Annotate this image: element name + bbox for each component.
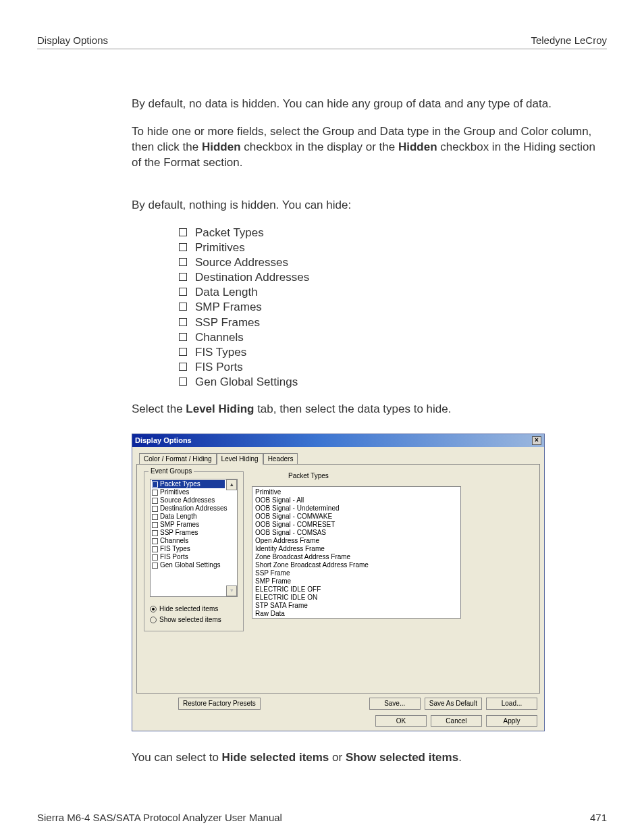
radio-icon	[150, 606, 157, 613]
checkbox-icon[interactable]	[152, 538, 158, 544]
header-left: Display Options	[37, 34, 108, 47]
list-item-packet-types[interactable]: Packet Types	[152, 480, 225, 488]
checkbox-icon[interactable]	[152, 506, 158, 512]
list-item[interactable]: Zone Broadcast Address Frame	[255, 553, 458, 561]
para-4: Select the Level Hiding tab, then select…	[132, 402, 607, 417]
button-row-2: OK Cancel Apply	[136, 711, 540, 729]
ok-button[interactable]: OK	[375, 715, 427, 727]
save-button[interactable]: Save...	[369, 698, 421, 710]
footer-page-number: 471	[590, 811, 607, 825]
packet-types-title: Packet Types	[288, 471, 533, 481]
list-item: FIS Ports	[179, 360, 607, 375]
list-item[interactable]: Destination Addresses	[152, 504, 225, 513]
checkbox-icon[interactable]	[152, 546, 158, 552]
list-item: SSP Frames	[179, 315, 607, 330]
footer-left: Sierra M6-4 SAS/SATA Protocol Analyzer U…	[37, 811, 282, 825]
list-item[interactable]: Data Length	[152, 513, 225, 521]
packet-types-listbox[interactable]: Primitive OOB Signal - All OOB Signal - …	[252, 486, 461, 619]
list-item[interactable]: SSP Frame	[255, 569, 458, 577]
para-2: To hide one or more fields, select the G…	[132, 124, 607, 171]
checkbox-icon[interactable]	[152, 522, 158, 528]
apply-button[interactable]: Apply	[486, 715, 537, 727]
checkbox-icon[interactable]	[152, 563, 158, 569]
button-row-1: Restore Factory Presets Save... Save As …	[136, 694, 540, 711]
list-item[interactable]: Short Zone Broadcast Address Frame	[255, 561, 458, 569]
checkbox-icon[interactable]	[152, 554, 158, 561]
tab-color-format-hiding[interactable]: Color / Format / Hiding	[139, 453, 217, 465]
tab-panel: Event Groups ▴ Packet Types Primitives S…	[136, 464, 540, 694]
list-item[interactable]: FIS Ports	[152, 553, 225, 561]
cancel-button[interactable]: Cancel	[431, 715, 482, 727]
para-3: By default, nothing is hidden. You can h…	[132, 198, 607, 213]
radio-show-selected[interactable]: Show selected items	[150, 615, 238, 625]
groupbox-legend: Event Groups	[149, 467, 194, 476]
list-item: Gen Global Settings	[179, 375, 607, 390]
checkbox-icon[interactable]	[152, 498, 158, 504]
list-item[interactable]: SSP Frames	[152, 529, 225, 537]
radio-icon	[150, 617, 157, 623]
list-item[interactable]: Channels	[152, 537, 225, 545]
header-right: Teledyne LeCroy	[531, 34, 607, 47]
dialog-titlebar: Display Options ×	[132, 434, 544, 447]
display-options-dialog: Display Options × Color / Format / Hidin…	[132, 434, 545, 732]
list-item: FIS Types	[179, 345, 607, 360]
list-item[interactable]: ELECTRIC IDLE ON	[255, 594, 458, 602]
list-item[interactable]: Primitive	[255, 488, 458, 496]
para-5: You can select to Hide selected items or…	[132, 750, 607, 766]
list-item[interactable]: Identity Address Frame	[255, 545, 458, 553]
list-item[interactable]: Gen Global Settings	[152, 561, 225, 569]
dialog-title-text: Display Options	[135, 436, 192, 446]
checkbox-icon[interactable]	[152, 481, 158, 488]
list-item: SMP Frames	[179, 300, 607, 315]
list-item[interactable]: FIS Types	[152, 545, 225, 553]
hide-list: Packet Types Primitives Source Addresses…	[179, 226, 607, 390]
list-item: Source Addresses	[179, 255, 607, 270]
close-icon[interactable]: ×	[532, 436, 541, 445]
list-item[interactable]: OOB Signal - COMWAKE	[255, 513, 458, 521]
event-groups-box: Event Groups ▴ Packet Types Primitives S…	[144, 471, 244, 631]
restore-factory-presets-button[interactable]: Restore Factory Presets	[178, 698, 261, 710]
tab-level-hiding[interactable]: Level Hiding	[217, 453, 263, 466]
list-item[interactable]: Primitives	[152, 488, 225, 496]
list-item: Packet Types	[179, 226, 607, 240]
scroll-up-icon[interactable]: ▴	[226, 479, 237, 490]
load-button[interactable]: Load...	[486, 698, 537, 710]
list-item[interactable]: Raw Data	[255, 610, 458, 618]
checkbox-icon[interactable]	[152, 514, 158, 520]
list-item[interactable]: OOB Signal - All	[255, 496, 458, 504]
list-item[interactable]: STP SATA Frame	[255, 602, 458, 610]
tabstrip: Color / Format / Hiding Level Hiding Hea…	[139, 453, 540, 465]
list-item[interactable]: OOB Signal - COMRESET	[255, 521, 458, 529]
list-item: Channels	[179, 330, 607, 345]
scroll-down-icon[interactable]: ▾	[226, 585, 237, 596]
event-groups-listbox[interactable]: ▴ Packet Types Primitives Source Address…	[150, 479, 238, 597]
list-item[interactable]: SMP Frame	[255, 577, 458, 585]
tab-headers[interactable]: Headers	[263, 453, 298, 465]
page-footer: Sierra M6-4 SAS/SATA Protocol Analyzer U…	[37, 811, 607, 825]
list-item: Data Length	[179, 285, 607, 300]
list-item[interactable]: OOB Signal - COMSAS	[255, 529, 458, 537]
list-item[interactable]: ELECTRIC IDLE OFF	[255, 585, 458, 594]
para-1: By default, no data is hidden. You can h…	[132, 97, 607, 112]
list-item[interactable]: OOB Signal - Undetermined	[255, 504, 458, 513]
checkbox-icon[interactable]	[152, 490, 158, 496]
list-item: Primitives	[179, 240, 607, 255]
save-as-default-button[interactable]: Save As Default	[425, 698, 482, 710]
radio-hide-selected[interactable]: Hide selected items	[150, 604, 238, 615]
page-header: Display Options Teledyne LeCroy	[37, 34, 607, 49]
checkbox-icon[interactable]	[152, 530, 158, 536]
list-item[interactable]: SMP Frames	[152, 521, 225, 529]
list-item: Destination Addresses	[179, 270, 607, 285]
list-item[interactable]: Source Addresses	[152, 496, 225, 504]
list-item[interactable]: Open Address Frame	[255, 537, 458, 545]
